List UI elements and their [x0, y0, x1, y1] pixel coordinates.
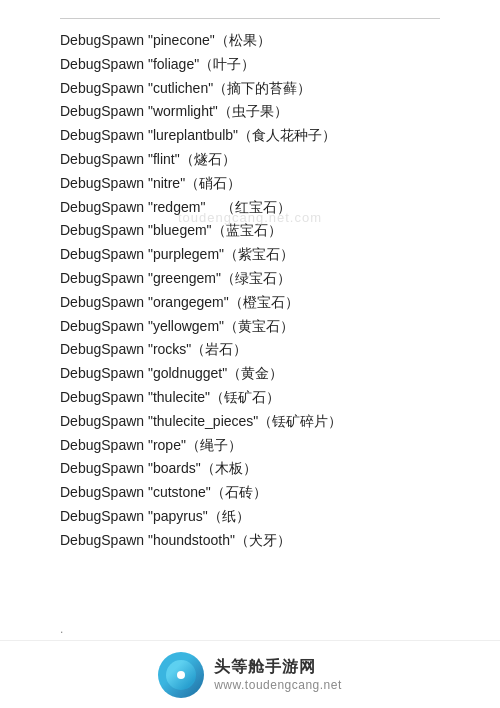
- list-item: DebugSpawn "houndstooth"（犬牙）: [60, 529, 440, 553]
- footer-url: www.toudengcang.net: [214, 678, 342, 692]
- list-item: DebugSpawn "papyrus"（纸）: [60, 505, 440, 529]
- footer-logo: [158, 652, 204, 698]
- list-item: DebugSpawn "nitre"（硝石）: [60, 172, 440, 196]
- list-item: DebugSpawn "cutstone"（石砖）: [60, 481, 440, 505]
- list-item: DebugSpawn "bluegem"（蓝宝石）: [60, 219, 440, 243]
- page-container: toudengcang.net.com DebugSpawn "pinecone…: [0, 0, 500, 708]
- list-item: DebugSpawn "yellowgem"（黄宝石）: [60, 315, 440, 339]
- list-item: DebugSpawn "pinecone"（松果）: [60, 29, 440, 53]
- list-item: DebugSpawn "goldnugget"（黄金）: [60, 362, 440, 386]
- footer-logo-dot: [177, 671, 185, 679]
- bottom-dot: .: [60, 622, 63, 636]
- list-item: DebugSpawn "boards"（木板）: [60, 457, 440, 481]
- list-item: DebugSpawn "thulecite_pieces"（铥矿碎片）: [60, 410, 440, 434]
- list-item: DebugSpawn "lureplantbulb"（食人花种子）: [60, 124, 440, 148]
- list-item: DebugSpawn "orangegem"（橙宝石）: [60, 291, 440, 315]
- footer: 头等舱手游网 www.toudengcang.net: [0, 640, 500, 708]
- list-item: DebugSpawn "rocks"（岩石）: [60, 338, 440, 362]
- list-item: DebugSpawn "cutlichen"（摘下的苔藓）: [60, 77, 440, 101]
- list-item: DebugSpawn "purplegem"（紫宝石）: [60, 243, 440, 267]
- top-divider: [60, 18, 440, 19]
- list-item: DebugSpawn "redgem" （红宝石）: [60, 196, 440, 220]
- list-item: DebugSpawn "foliage"（叶子）: [60, 53, 440, 77]
- footer-text-block: 头等舱手游网 www.toudengcang.net: [214, 657, 342, 692]
- footer-logo-inner: [166, 660, 196, 690]
- list-item: DebugSpawn "thulecite"（铥矿石）: [60, 386, 440, 410]
- list-item: DebugSpawn "rope"（绳子）: [60, 434, 440, 458]
- list-item: DebugSpawn "wormlight"（虫子果）: [60, 100, 440, 124]
- items-list: DebugSpawn "pinecone"（松果）DebugSpawn "fol…: [60, 29, 440, 553]
- list-item: DebugSpawn "greengem"（绿宝石）: [60, 267, 440, 291]
- list-item: DebugSpawn "flint"（燧石）: [60, 148, 440, 172]
- footer-title: 头等舱手游网: [214, 657, 316, 678]
